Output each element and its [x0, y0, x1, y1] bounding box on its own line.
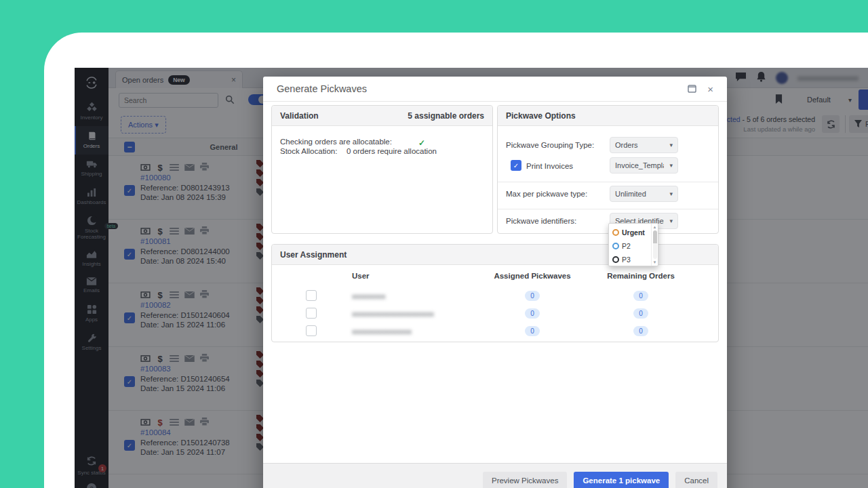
assigned-count-badge: 0: [525, 308, 540, 319]
modal-title: Generate Pickwaves: [277, 83, 367, 94]
generate-pickwave-button[interactable]: Generate 1 pickwave: [574, 472, 669, 488]
identifiers-label: Pickwave identifiers:: [506, 217, 576, 225]
stopwatch-icon: [612, 243, 619, 249]
pickwave-options-panel: Pickwave Options Pickwave Grouping Type:…: [497, 105, 719, 234]
scroll-down-icon[interactable]: ▼: [653, 260, 657, 264]
chevron-down-icon: ▾: [669, 142, 673, 148]
close-icon[interactable]: ×: [707, 84, 713, 94]
identifier-option-urgent[interactable]: Urgent: [612, 226, 651, 239]
grouping-type-select[interactable]: Orders▾: [610, 137, 678, 153]
stock-allocation-label: Stock Allocation:: [280, 147, 337, 155]
column-header-user: User: [352, 272, 370, 280]
chevron-down-icon: ▾: [669, 190, 673, 197]
chevron-down-icon: ▾: [669, 162, 673, 169]
grouping-type-label: Pickwave Grouping Type:: [506, 141, 594, 149]
user-checkbox[interactable]: [306, 290, 317, 301]
generate-pickwaves-modal: Generate Pickwaves × Validation 5 assign…: [263, 77, 727, 488]
assignment-title: User Assignment: [280, 250, 347, 260]
stock-allocation-value: 0 orders require allocation: [347, 147, 437, 155]
max-per-pickwave-label: Max per pickwave type:: [506, 190, 587, 198]
assigned-count-badge: 0: [525, 291, 540, 301]
modal-footer: Preview Pickwaves Generate 1 pickwave Ca…: [263, 463, 727, 488]
scroll-thumb[interactable]: [653, 230, 657, 259]
invoice-template-select[interactable]: Invoice_Template_(▾: [610, 157, 678, 174]
dropdown-scrollbar[interactable]: ▲ ▼: [651, 224, 658, 266]
assignable-orders-badge: 5 assignable orders: [408, 111, 484, 121]
print-invoices-checkbox[interactable]: ✓: [511, 160, 521, 171]
clock-icon: [612, 229, 619, 236]
remaining-count-badge: 0: [633, 308, 648, 319]
validation-panel: Validation 5 assignable orders Checking …: [271, 105, 493, 234]
column-header-assigned: Assigned Pickwaves: [488, 272, 577, 280]
user-checkbox[interactable]: [306, 325, 317, 336]
modal-header: Generate Pickwaves ×: [263, 77, 727, 102]
divider: [498, 182, 718, 182]
allocatable-check-label: Checking orders are allocatable:: [280, 138, 392, 146]
identifier-option-p3[interactable]: P3: [612, 253, 651, 266]
maximize-icon[interactable]: [688, 85, 696, 93]
user-email-masked: xxxxxxxxxxxxxxxxxxxxxx: [352, 310, 434, 318]
chevron-down-icon: ▾: [669, 218, 673, 224]
remaining-count-badge: 0: [633, 291, 648, 301]
remaining-count-badge: 0: [633, 326, 648, 336]
check-icon: ✓: [418, 138, 425, 148]
user-email-masked: xxxxxxxxxxxxxxxx: [352, 327, 412, 336]
validation-title: Validation: [280, 111, 319, 121]
column-header-remaining: Remaining Orders: [599, 272, 682, 280]
stopwatch-icon: [612, 256, 619, 263]
scroll-up-icon[interactable]: ▲: [653, 225, 657, 229]
print-invoices-label: Print Invoices: [526, 162, 573, 170]
app-screen: Inventory Orders Shipping Dashboards bet…: [75, 68, 868, 488]
options-title: Pickwave Options: [506, 111, 576, 121]
identifier-option-p2[interactable]: P2: [612, 239, 651, 253]
divider: [498, 209, 718, 209]
cancel-button[interactable]: Cancel: [675, 472, 717, 488]
user-email-masked: xxxxxxxxx: [352, 292, 386, 300]
preview-pickwaves-button[interactable]: Preview Pickwaves: [483, 472, 567, 488]
max-per-pickwave-select[interactable]: Unlimited▾: [610, 186, 678, 202]
assigned-count-badge: 0: [525, 326, 540, 336]
identifiers-dropdown: Urgent P2 P3 ▲ ▼: [608, 223, 658, 266]
user-checkbox[interactable]: [306, 308, 317, 319]
